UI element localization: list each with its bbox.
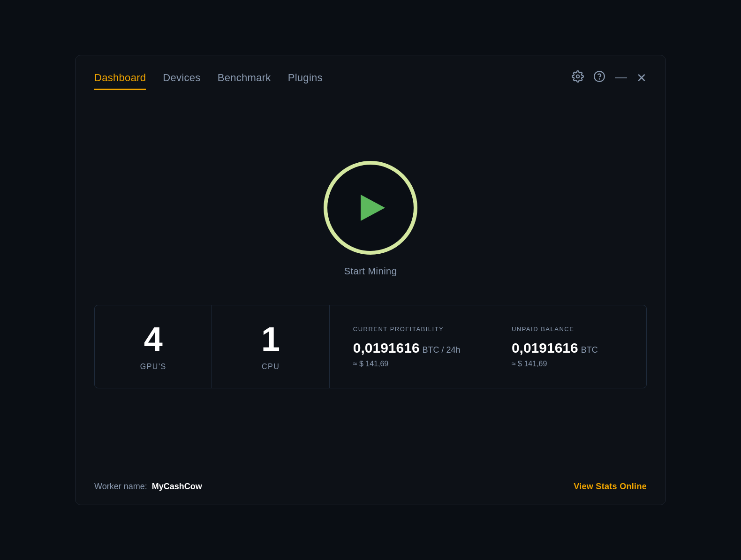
minimize-icon[interactable]: — <box>615 71 627 85</box>
tab-dashboard[interactable]: Dashboard <box>94 72 146 90</box>
cpu-label: CPU <box>262 363 280 371</box>
nav-tabs: Dashboard Devices Benchmark Plugins <box>94 72 323 90</box>
balance-btc-value: 0,0191616BTC <box>512 340 598 356</box>
settings-icon[interactable] <box>572 70 584 85</box>
play-icon <box>361 195 385 221</box>
svg-point-0 <box>576 75 580 78</box>
close-icon[interactable]: ✕ <box>636 72 647 84</box>
window-controls: — ✕ <box>572 70 647 90</box>
main-content: Start Mining 4 GPU'S 1 CPU CURRENT PROFI… <box>76 90 665 469</box>
stats-panel: 4 GPU'S 1 CPU CURRENT PROFITABILITY 0,01… <box>94 305 647 388</box>
tab-benchmark[interactable]: Benchmark <box>218 72 271 90</box>
start-mining-button[interactable] <box>324 161 417 255</box>
profitability-usd-value: ≈ $ 141,69 <box>353 360 389 368</box>
cpu-stat-cell: 1 CPU <box>212 305 329 388</box>
tab-devices[interactable]: Devices <box>163 72 200 90</box>
gpu-stat-cell: 4 GPU'S <box>95 305 212 388</box>
profitability-cell: CURRENT PROFITABILITY 0,0191616BTC / 24h… <box>330 305 488 388</box>
app-window: Dashboard Devices Benchmark Plugins <box>75 55 666 505</box>
balance-usd-value: ≈ $ 141,69 <box>512 360 547 368</box>
profitability-btc-value: 0,0191616BTC / 24h <box>353 340 461 356</box>
profitability-section-label: CURRENT PROFITABILITY <box>353 325 444 333</box>
play-button-container: Start Mining <box>324 161 417 277</box>
start-mining-label: Start Mining <box>344 266 397 277</box>
tab-plugins[interactable]: Plugins <box>288 72 323 90</box>
gpu-label: GPU'S <box>140 363 166 371</box>
footer: Worker name: MyCashCow View Stats Online <box>76 469 665 505</box>
balance-cell: UNPAID BALANCE 0,0191616BTC ≈ $ 141,69 <box>488 305 646 388</box>
balance-section-label: UNPAID BALANCE <box>512 325 574 333</box>
gpu-count: 4 <box>144 322 163 356</box>
worker-name-display: Worker name: MyCashCow <box>94 482 202 492</box>
view-stats-online-link[interactable]: View Stats Online <box>574 482 647 492</box>
nav-bar: Dashboard Devices Benchmark Plugins <box>76 55 665 90</box>
help-icon[interactable] <box>593 70 605 85</box>
cpu-count: 1 <box>261 322 280 356</box>
